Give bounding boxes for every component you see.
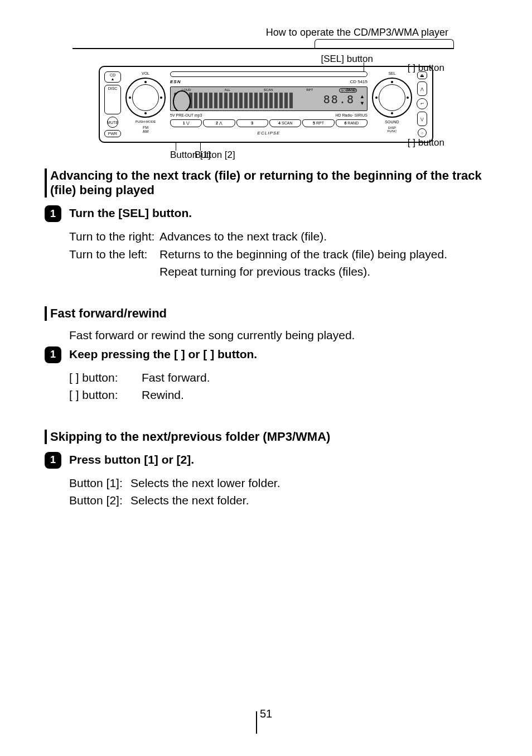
step-text: Turn the [SEL] button. — [69, 206, 192, 220]
center-column: ESN CD 5415 LOUD ALL SCAN RPT RAND SOURC… — [170, 71, 367, 137]
lcd-label: SCAN — [264, 88, 273, 92]
section-title: Fast forward/rewind — [50, 306, 487, 321]
step-number: 1 — [45, 452, 61, 469]
chevron-down-icon: ⋁ — [420, 117, 424, 121]
preset-3[interactable]: 3 — [236, 119, 268, 127]
device-illustration: [SEL] button [ ] button [ ] button Butto… — [99, 66, 433, 143]
detail-val: Selects the next folder. — [130, 492, 487, 509]
right-column: ⏏ ⋀ ↩ ⋁ ○ — [417, 71, 428, 137]
section-title: Advancing to the next track (file) or re… — [50, 168, 487, 198]
cd-button[interactable]: CD▲ — [104, 71, 121, 83]
detail-key: [ ] button: — [69, 386, 142, 404]
eclipse-logo: ECLIPSE — [170, 131, 367, 136]
callout-sel: [SEL] button — [321, 54, 373, 65]
detail-val: Returns to the beginning of the track (f… — [159, 245, 487, 263]
step-number: 1 — [45, 205, 61, 222]
detail-key — [69, 263, 159, 281]
lcd-arrows-icon: ▲▼ — [360, 94, 365, 106]
preset-num: 5 — [313, 121, 315, 126]
callout-up: [ ] button — [408, 62, 444, 74]
section-intro: Fast forward or rewind the song currentl… — [69, 329, 487, 342]
preset-row: 1⋁ 2⋀ 3 4SCAN 5RPT 6RAND — [170, 119, 367, 127]
preset-num: 6 — [344, 121, 346, 126]
detail-val: Advances to the next track (file). — [159, 228, 487, 245]
sound-label: SOUND — [385, 120, 399, 124]
detail-key: Turn to the right: — [69, 228, 159, 245]
hdradio-label: HD Radio· SIRIUS — [335, 113, 367, 117]
aux-jack[interactable]: ○ — [418, 128, 427, 137]
rtn-button[interactable]: ↩ — [417, 98, 428, 109]
step-number: 1 — [45, 346, 61, 363]
spectrum-icon — [174, 93, 294, 108]
preset-6[interactable]: 6RAND — [336, 119, 367, 127]
section-body: 1 Turn the [SEL] button. Turn to the rig… — [45, 205, 487, 281]
step-text: Keep pressing the [ ] or [ ] button. — [69, 348, 257, 361]
detail-key: [ ] button: — [69, 369, 142, 387]
volume-knob[interactable] — [125, 78, 166, 118]
car-stereo-faceplate: CD▲ DISC MUTE PWR VOL PUSH-MODE FM AM ES… — [99, 66, 433, 143]
sel-knob[interactable] — [372, 78, 412, 118]
vol-label: VOL — [142, 71, 149, 75]
down-button[interactable]: ⋁ — [417, 112, 427, 126]
callout-b2: Button [2] — [195, 150, 235, 161]
section-title: Skipping to the next/previous folder (MP… — [50, 430, 487, 444]
chevron-up-icon: ⋀ — [420, 87, 424, 91]
disc-button[interactable]: DISC — [104, 85, 121, 114]
mute-button[interactable]: MUTE — [107, 117, 118, 128]
disp-func-label: DISP FUNC — [388, 126, 397, 133]
preset-text: SCAN — [282, 121, 292, 126]
header-section-title: How to operate the CD/MP3/WMA player — [266, 27, 448, 38]
up-button[interactable]: ⋀ — [417, 81, 427, 96]
page: How to operate the CD/MP3/WMA player [SE… — [0, 0, 532, 756]
preset-4[interactable]: 4SCAN — [269, 119, 301, 127]
feature-row: 5V PRE-OUT mp3 HD Radio· SIRIUS — [170, 113, 367, 117]
step-text: Press button [1] or [2]. — [69, 453, 194, 466]
lcd-label: RPT — [306, 88, 313, 92]
chevron-down-icon: ⋁ — [186, 121, 190, 126]
pwr-button[interactable]: PWR — [104, 130, 121, 137]
footer-divider — [256, 711, 257, 734]
section-advance-track: Advancing to the next track (file) or re… — [45, 168, 487, 198]
preset-text: RPT — [316, 121, 324, 126]
pushmode-label: PUSH-MODE — [136, 120, 156, 123]
preset-num: 2 — [216, 121, 218, 126]
detail-val: Fast forward. — [142, 369, 487, 387]
left-column: CD▲ DISC MUTE PWR — [104, 71, 121, 137]
section-skip-folder: Skipping to the next/previous folder (MP… — [45, 430, 487, 444]
callout-down: [ ] button — [408, 137, 444, 148]
preset-num: 1 — [183, 121, 185, 126]
detail-list: Button [1]:Selects the next lower folder… — [69, 474, 487, 509]
detail-list: Turn to the right:Advances to the next t… — [69, 228, 487, 281]
tick — [176, 143, 176, 151]
fm-am-label: FM AM — [143, 126, 149, 133]
preset-num: 4 — [278, 121, 280, 126]
section-body: 1 Press button [1] or [2]. Button [1]:Se… — [45, 452, 487, 509]
detail-val: Selects the next lower folder. — [130, 474, 487, 492]
model-label: CD 5415 — [350, 79, 367, 84]
cd-label: CD — [110, 73, 115, 77]
brand-row: ESN CD 5415 — [170, 79, 367, 84]
left-knob-area: VOL PUSH-MODE FM AM — [125, 71, 166, 137]
detail-key: Button [1]: — [69, 474, 130, 492]
return-icon: ↩ — [420, 102, 424, 106]
page-number: 51 — [260, 707, 272, 720]
preset-2[interactable]: 2⋀ — [203, 119, 235, 127]
detail-list: [ ] button:Fast forward. [ ] button:Rewi… — [69, 369, 487, 404]
detail-val: Repeat turning for previous tracks (file… — [159, 263, 487, 281]
preset-5[interactable]: 5RPT — [302, 119, 334, 127]
lcd-label: ALL — [224, 88, 230, 92]
section-body: Fast forward or rewind the song currentl… — [45, 329, 487, 404]
detail-key: Turn to the left: — [69, 245, 159, 263]
sel-label: SEL — [388, 71, 395, 75]
right-knob-area: SEL SOUND DISP FUNC — [372, 71, 412, 137]
step: 1 Keep pressing the [ ] or [ ] button. — [45, 346, 487, 363]
preset-1[interactable]: 1⋁ — [170, 119, 202, 127]
lcd-display: LOUD ALL SCAN RPT RAND SOURCE 88.8 ▲▼ — [170, 86, 367, 111]
disc-slot[interactable] — [170, 71, 367, 77]
source-label: SOURCE — [339, 88, 357, 93]
detail-key: Button [2]: — [69, 492, 130, 509]
header-tab — [315, 39, 454, 48]
step: 1 Press button [1] or [2]. — [45, 452, 487, 469]
tick — [364, 62, 364, 71]
detail-val: Rewind. — [142, 386, 487, 404]
